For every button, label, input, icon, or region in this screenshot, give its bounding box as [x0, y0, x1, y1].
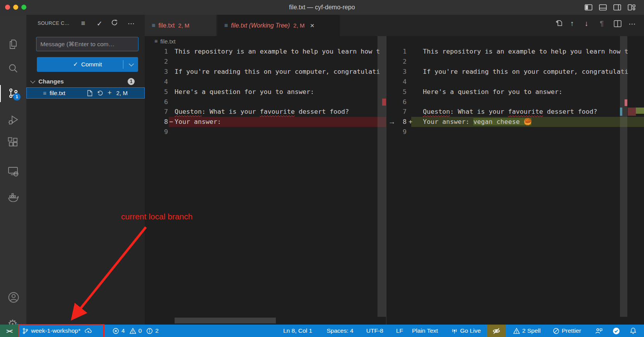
- discard-changes-icon[interactable]: [97, 90, 103, 96]
- diff-change-arrow-icon[interactable]: →: [387, 117, 397, 127]
- left-pane-scrollbar[interactable]: [377, 36, 386, 317]
- stage-changes-icon[interactable]: +: [107, 89, 112, 97]
- code-line-6[interactable]: 6: [145, 97, 386, 107]
- plain-text: dessert food?: [543, 108, 597, 115]
- commit-button[interactable]: ✓ Commit: [37, 57, 138, 72]
- code-line-9[interactable]: 9: [386, 127, 644, 137]
- language-mode[interactable]: Plain Text: [412, 325, 438, 337]
- split-editor-icon[interactable]: [614, 20, 621, 27]
- commit-button-label: Commit: [81, 61, 102, 68]
- breadcrumb[interactable]: ≡ file.txt: [154, 36, 175, 46]
- line-number: 5: [145, 87, 168, 97]
- squiggle-text: favourite: [260, 108, 295, 115]
- code-line-7[interactable]: 7Queston: What is your favourite dessert…: [386, 107, 644, 117]
- accounts-icon[interactable]: [7, 291, 19, 303]
- eol-setting[interactable]: LF: [396, 325, 403, 337]
- active-view-indicator: [0, 85, 1, 102]
- line-number: 4: [145, 77, 168, 87]
- changes-count-badge: 1: [128, 78, 135, 85]
- code-line-1[interactable]: 1This repository is an example to help y…: [145, 47, 386, 57]
- code-line-8[interactable]: 8+Your answer: vegan cheese 🥮: [386, 117, 644, 127]
- go-live-button[interactable]: Go Live: [451, 325, 481, 337]
- prettier-status[interactable]: Prettier: [553, 325, 581, 337]
- remote-explorer-icon[interactable]: [7, 165, 19, 177]
- tab-file-working-tree[interactable]: ≡ file.txt (Working Tree) 2, M ×: [217, 15, 340, 36]
- view-as-list-icon[interactable]: ≡: [81, 19, 85, 28]
- search-icon[interactable]: [7, 63, 19, 75]
- overview-ruler-inserted-mark: [636, 108, 644, 114]
- refresh-icon[interactable]: [111, 19, 118, 26]
- code-line-4[interactable]: 4: [386, 77, 644, 87]
- extensions-icon[interactable]: [7, 137, 19, 148]
- more-actions-icon[interactable]: ⋯: [128, 19, 135, 28]
- code-line-9[interactable]: 9: [145, 127, 386, 137]
- horizontal-scrollbar[interactable]: [175, 318, 276, 323]
- line-number: 7: [386, 107, 407, 117]
- overview-ruler-removed-mark: [628, 108, 636, 116]
- changed-file-row[interactable]: ≡ file.txt + 2, M: [26, 87, 145, 99]
- close-tab-icon[interactable]: ×: [310, 21, 314, 30]
- publish-sync-cloud-icon: [85, 328, 92, 334]
- check-status-icon[interactable]: [613, 325, 620, 337]
- warnings-icon: [130, 328, 136, 334]
- code-line-3[interactable]: 3If you're reading this on your computer…: [145, 67, 386, 77]
- code-line-5[interactable]: 5Here's a question for you to answer:: [386, 87, 644, 97]
- toggle-panel-icon[interactable]: [599, 3, 607, 11]
- code-line-7[interactable]: 7Queston: What is your favourite dessert…: [145, 107, 386, 117]
- indentation-setting[interactable]: Spaces: 4: [327, 325, 353, 337]
- customize-layout-icon[interactable]: [627, 3, 636, 11]
- toggle-primary-sidebar-icon[interactable]: [584, 3, 593, 11]
- file-decoration: 2, M: [116, 90, 128, 96]
- remote-indicator[interactable]: ><: [0, 325, 19, 337]
- feedback-icon[interactable]: [595, 325, 602, 337]
- previous-change-icon[interactable]: ↑: [570, 19, 574, 28]
- problems-indicator[interactable]: 4 0 2: [113, 325, 159, 337]
- code-line-2[interactable]: 2: [145, 57, 386, 67]
- errors-count: 4: [121, 327, 125, 334]
- code-text: This repository is an example to help yo…: [423, 47, 628, 57]
- code-line-8[interactable]: 8−Your answer:: [145, 117, 386, 127]
- encoding-setting[interactable]: UTF-8: [366, 325, 383, 337]
- open-changes-icon[interactable]: [555, 19, 563, 27]
- cursor-position[interactable]: Ln 8, Col 1: [283, 325, 312, 337]
- diff-sash[interactable]: [386, 36, 386, 325]
- code-line-2[interactable]: 2: [386, 57, 644, 67]
- code-text: Here's a question for you to answer:: [175, 87, 314, 97]
- right-overview-problem-mark: [625, 99, 627, 106]
- diff-original-pane: 1This repository is an example to help y…: [145, 47, 386, 140]
- line-number: 4: [386, 77, 407, 87]
- code-line-4[interactable]: 4: [145, 77, 386, 87]
- line-number: 3: [386, 67, 407, 77]
- commit-check-icon[interactable]: ✓: [97, 19, 102, 28]
- docker-icon[interactable]: [7, 192, 19, 203]
- run-debug-icon[interactable]: [7, 114, 19, 126]
- code-line-3[interactable]: 3If you're reading this on your computer…: [386, 67, 644, 77]
- render-whitespace-icon[interactable]: ¶: [600, 19, 604, 28]
- branch-indicator[interactable]: week-1-workshop*: [22, 325, 92, 337]
- toggle-secondary-sidebar-icon[interactable]: [613, 3, 621, 11]
- tab-file-icon: ≡: [224, 22, 228, 29]
- notifications-bell-icon[interactable]: [630, 325, 637, 337]
- title-bar: file.txt — cyf-demo-repo: [0, 0, 644, 15]
- tab-label: file.txt (Working Tree): [231, 22, 290, 29]
- changes-section-header[interactable]: Changes 1: [31, 76, 145, 87]
- code-line-1[interactable]: 1This repository is an example to help y…: [386, 47, 644, 57]
- more-editor-actions-icon[interactable]: ⋯: [628, 19, 636, 28]
- tab-file[interactable]: ≡ file.txt 2, M: [145, 15, 216, 36]
- commit-message-input[interactable]: [36, 37, 138, 51]
- file-icon: ≡: [43, 90, 47, 96]
- explorer-icon[interactable]: [7, 38, 19, 50]
- spell-checker-status[interactable]: 2 Spell: [513, 325, 540, 337]
- highlight-toggle-eye-off[interactable]: [487, 325, 506, 337]
- code-line-5[interactable]: 5Here's a question for you to answer:: [145, 87, 386, 97]
- source-control-icon[interactable]: 1: [7, 87, 19, 99]
- warnings-count: 0: [138, 327, 142, 334]
- next-change-icon[interactable]: ↓: [585, 19, 589, 28]
- commit-dropdown-chevron-icon[interactable]: [129, 61, 134, 66]
- squiggle-text: Queston: [423, 108, 450, 115]
- breadcrumb-file-name: file.txt: [160, 38, 175, 45]
- infos-icon: [146, 328, 153, 334]
- right-pane-scrollbar[interactable]: [620, 36, 627, 317]
- open-file-icon[interactable]: [87, 90, 93, 96]
- code-line-6[interactable]: 6: [386, 97, 644, 107]
